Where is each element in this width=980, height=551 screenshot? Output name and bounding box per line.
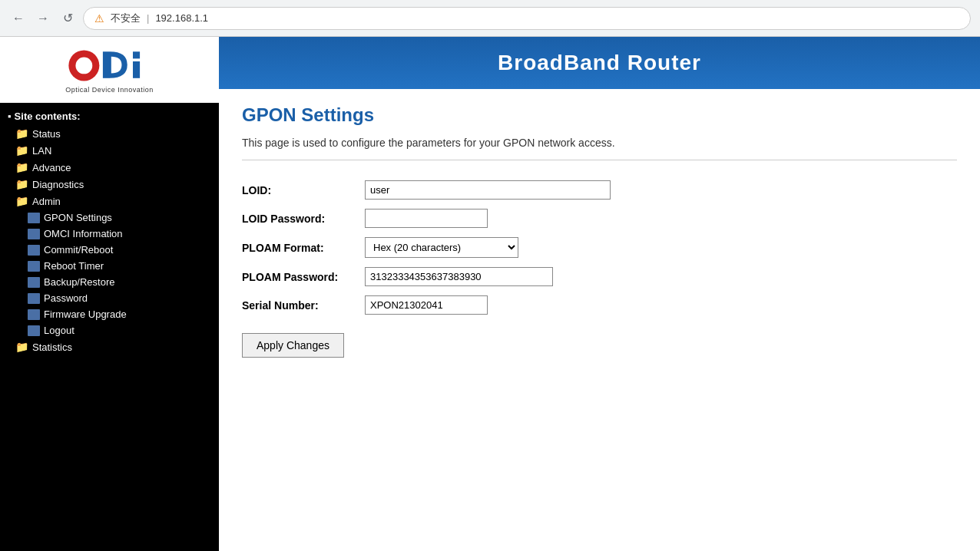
folder-icon: 📁 [15, 195, 28, 207]
logo-tagline: Optical Device Innovation [65, 86, 154, 94]
sidebar-item-password[interactable]: Password [0, 290, 219, 306]
security-warning-icon: ⚠ [94, 12, 104, 25]
sidebar-item-logout[interactable]: Logout [0, 322, 219, 338]
sidebar-item-label: Logout [44, 325, 74, 336]
page-icon [28, 261, 40, 272]
site-contents-label: ▪ Site contents: [0, 103, 219, 125]
sidebar-item-label: Password [44, 292, 88, 304]
sidebar-item-firmware-upgrade[interactable]: Firmware Upgrade [0, 306, 219, 322]
sidebar-item-status[interactable]: 📁 Status [0, 125, 219, 142]
folder-icon: 📁 [15, 127, 28, 140]
sidebar-item-label: Status [32, 128, 61, 140]
back-button[interactable]: ← [9, 9, 28, 28]
loid-password-row: LOID Password: [242, 204, 618, 233]
logo-area: Optical Device Innovation [0, 37, 219, 103]
folder-icon: 📁 [15, 341, 28, 353]
svg-rect-4 [133, 61, 140, 78]
serial-number-label: Serial Number: [242, 291, 365, 319]
sidebar-item-label: Backup/Restore [44, 276, 115, 288]
odi-logo [60, 46, 160, 84]
loid-password-input[interactable] [365, 209, 488, 228]
main-layout: Optical Device Innovation ▪ Site content… [0, 37, 980, 551]
settings-form: LOID: LOID Password: PLOAM Format: [242, 176, 618, 319]
sidebar-item-label: Reboot Timer [44, 260, 104, 272]
serial-number-row: Serial Number: [242, 291, 618, 319]
serial-number-input[interactable] [365, 295, 488, 315]
sidebar-item-label: Firmware Upgrade [44, 308, 127, 320]
loid-input[interactable] [365, 180, 611, 200]
sidebar-item-backup-restore[interactable]: Backup/Restore [0, 274, 219, 290]
folder-icon: 📁 [15, 178, 28, 190]
sidebar-item-label: Commit/Reboot [44, 244, 113, 256]
ploam-format-row: PLOAM Format: Hex (20 characters) ASCII … [242, 233, 618, 262]
page-icon [28, 293, 40, 304]
sidebar-item-label: Advance [32, 162, 71, 173]
browser-chrome: ← → ↺ ⚠ 不安全 | 192.168.1.1 [0, 0, 980, 37]
url-text: 192.168.1.1 [155, 12, 208, 24]
address-bar[interactable]: ⚠ 不安全 | 192.168.1.1 [83, 7, 971, 30]
sidebar-item-commit-reboot[interactable]: Commit/Reboot [0, 242, 219, 258]
loid-label: LOID: [242, 176, 365, 204]
sidebar-item-reboot-timer[interactable]: Reboot Timer [0, 258, 219, 274]
apply-changes-button[interactable]: Apply Changes [242, 333, 344, 358]
sidebar: Optical Device Innovation ▪ Site content… [0, 37, 219, 551]
ploam-password-row: PLOAM Password: [242, 262, 618, 291]
sidebar-item-label: Diagnostics [32, 179, 84, 190]
security-warning-text: 不安全 [111, 12, 141, 25]
folder-icon: 📁 [15, 144, 28, 157]
ploam-format-label: PLOAM Format: [242, 233, 365, 262]
svg-rect-3 [133, 51, 140, 58]
svg-point-1 [75, 58, 92, 74]
sidebar-item-advance[interactable]: 📁 Advance [0, 159, 219, 176]
page-icon [28, 277, 40, 288]
sidebar-item-omci-information[interactable]: OMCI Information [0, 226, 219, 242]
sidebar-item-label: LAN [32, 145, 51, 157]
sidebar-item-label: GPON Settings [44, 212, 112, 223]
sidebar-item-lan[interactable]: 📁 LAN [0, 142, 219, 159]
loid-row: LOID: [242, 176, 618, 204]
page-icon [28, 229, 40, 239]
page-icon [28, 245, 40, 256]
page-description: This page is used to configure the param… [242, 137, 957, 149]
page-header-title: BroadBand Router [498, 51, 701, 74]
ploam-password-label: PLOAM Password: [242, 262, 365, 291]
reload-button[interactable]: ↺ [58, 9, 77, 28]
page-icon [28, 309, 40, 320]
sidebar-item-label: Statistics [32, 341, 72, 353]
page-icon [28, 325, 40, 336]
ploam-password-input[interactable] [365, 267, 553, 286]
expand-icon: ▪ [8, 111, 12, 122]
sidebar-item-admin[interactable]: 📁 Admin [0, 193, 219, 210]
sidebar-item-label: OMCI Information [44, 228, 123, 239]
forward-button[interactable]: → [34, 9, 52, 28]
page-icon [28, 213, 40, 223]
sidebar-item-diagnostics[interactable]: 📁 Diagnostics [0, 176, 219, 193]
address-separator: | [147, 12, 149, 24]
page-header: BroadBand Router [219, 37, 980, 89]
page-content: GPON Settings This page is used to confi… [219, 89, 980, 373]
sidebar-item-statistics[interactable]: 📁 Statistics [0, 338, 219, 355]
folder-icon: 📁 [15, 161, 28, 173]
content-area: BroadBand Router GPON Settings This page… [219, 37, 980, 551]
ploam-format-select[interactable]: Hex (20 characters) ASCII (10 characters… [365, 237, 518, 258]
svg-rect-2 [102, 51, 109, 78]
sidebar-item-label: Admin [32, 196, 61, 207]
page-title: GPON Settings [242, 104, 957, 126]
section-divider [242, 160, 957, 160]
loid-password-label: LOID Password: [242, 204, 365, 233]
sidebar-item-gpon-settings[interactable]: GPON Settings [0, 210, 219, 226]
